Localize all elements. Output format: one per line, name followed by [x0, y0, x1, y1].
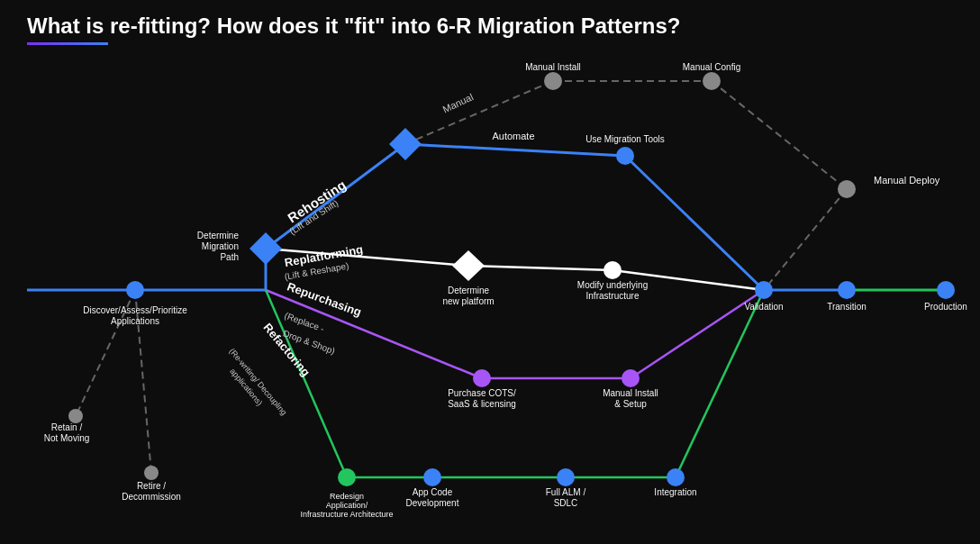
svg-text:Application/: Application/: [326, 501, 368, 510]
svg-text:SDLC: SDLC: [554, 498, 578, 508]
manual-install-bottom-label: Manual Install: [603, 388, 658, 398]
production-node: [937, 281, 955, 299]
integration-node: [667, 468, 685, 486]
determine-migration-label: Determine: [197, 231, 240, 240]
manual-path-label: Manual: [440, 91, 475, 114]
transition-node: [838, 281, 856, 299]
determine-node: [250, 232, 282, 265]
svg-text:SaaS & licensing: SaaS & licensing: [448, 399, 516, 409]
automate-label: Automate: [492, 131, 534, 141]
manual-deploy-node: [838, 180, 856, 198]
redesign-label: Redesign: [330, 492, 364, 501]
purchase-cots-label: Purchase COTS/: [448, 388, 516, 398]
retain-label: Retain /: [51, 422, 83, 432]
svg-text:Development: Development: [406, 498, 459, 508]
validation-label: Validation: [744, 302, 783, 312]
modify-infra-node: [603, 261, 622, 279]
use-migration-label: Use Migration Tools: [585, 134, 665, 144]
svg-text:Decommission: Decommission: [122, 492, 181, 502]
full-alm-label: Full ALM /: [546, 487, 586, 497]
modify-infra-label: Modify underlying: [577, 280, 648, 290]
discover-node: [126, 281, 144, 299]
svg-text:Migration: Migration: [202, 241, 239, 251]
retire-label: Retire /: [137, 481, 166, 491]
manual-config-node: [703, 72, 721, 90]
redesign-node: [338, 468, 356, 486]
manual-install-top-node: [544, 72, 562, 90]
determine-platform-label: Determine: [448, 286, 490, 295]
app-code-node: [423, 468, 441, 486]
svg-text:Not Moving: Not Moving: [44, 433, 90, 443]
retain-node: [68, 409, 83, 423]
manual-install-top-label: Manual Install: [525, 62, 581, 72]
transition-label: Transition: [827, 302, 867, 312]
determine-platform-node: [452, 250, 485, 281]
diagram: Discover/Assess/Prioritize Applications …: [0, 0, 980, 544]
production-label: Production: [924, 302, 967, 312]
retire-node: [144, 466, 159, 480]
use-migration-node: [616, 147, 634, 165]
full-alm-node: [557, 468, 575, 486]
svg-line-12: [468, 266, 612, 270]
svg-text:Infrastructure Architecture: Infrastructure Architecture: [300, 510, 393, 519]
svg-text:new platform: new platform: [442, 296, 494, 306]
svg-text:Applications: Applications: [111, 316, 159, 326]
svg-text:Infrastructure: Infrastructure: [586, 291, 640, 301]
validation-node: [755, 281, 773, 299]
manual-deploy-label: Manual Deploy: [874, 175, 940, 186]
app-code-label: App Code: [413, 487, 453, 497]
discover-label: Discover/Assess/Prioritize: [83, 305, 187, 315]
svg-line-10: [625, 156, 764, 290]
automate-start-node: [389, 128, 422, 160]
manual-install-bottom-node: [622, 369, 640, 387]
integration-label: Integration: [654, 487, 696, 497]
svg-text:Path: Path: [220, 252, 239, 262]
purchase-cots-node: [473, 369, 491, 387]
svg-line-5: [764, 189, 847, 290]
manual-config-label: Manual Config: [683, 62, 740, 72]
svg-line-9: [405, 144, 625, 156]
svg-text:& Setup: & Setup: [614, 399, 647, 409]
svg-line-4: [712, 81, 847, 189]
